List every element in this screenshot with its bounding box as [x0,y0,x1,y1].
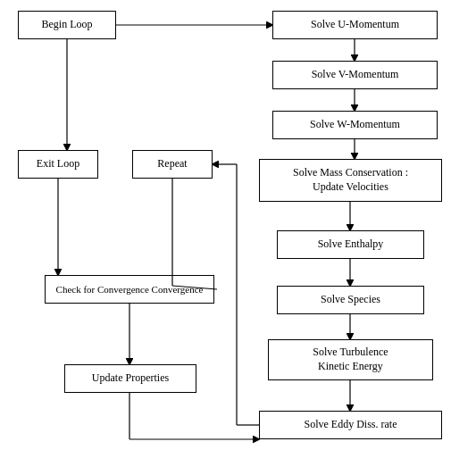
check-convergence-box: Check for Convergence Convergence [45,275,214,304]
repeat-box: Repeat [132,150,213,179]
update-properties-box: Update Properties [64,364,196,393]
exit-loop-box: Exit Loop [18,150,98,179]
solve-tke-box: Solve TurbulenceKinetic Energy [268,339,433,380]
solve-v-box: Solve V-Momentum [272,61,438,89]
solve-w-box: Solve W-Momentum [272,111,438,139]
solve-species-box: Solve Species [277,286,424,314]
flowchart-diagram: Begin Loop Solve U-Momentum Solve V-Mome… [0,0,476,475]
begin-loop-box: Begin Loop [18,11,116,39]
solve-eddy-box: Solve Eddy Diss. rate [259,411,442,439]
solve-mass-box: Solve Mass Conservation :Update Velociti… [259,159,442,202]
solve-enthalpy-box: Solve Enthalpy [277,230,424,259]
solve-u-box: Solve U-Momentum [272,11,438,39]
